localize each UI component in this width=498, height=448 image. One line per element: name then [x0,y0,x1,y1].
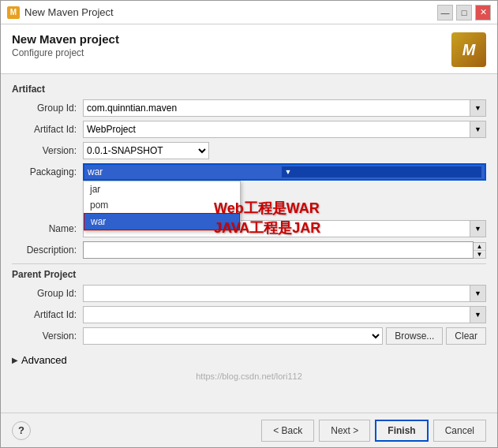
maven-logo: M [451,32,486,67]
group-id-row: Group Id: ▼ [12,99,486,117]
footer-left: ? [12,421,31,440]
parent-version-select[interactable] [83,327,383,345]
browse-button[interactable]: Browse... [386,327,443,345]
dialog-subtitle: Configure project [12,47,119,58]
group-id-label: Group Id: [12,103,83,114]
parent-group-id-wrapper: ▼ [83,285,486,302]
name-label: Name: [12,223,83,234]
back-button[interactable]: < Back [261,420,314,442]
header-text: New Maven project Configure project [12,32,119,58]
version-row: Version: 0.0.1-SNAPSHOT [12,142,486,159]
artifact-id-field-wrapper: ▼ [83,121,486,138]
version-label: Version: [12,145,83,156]
artifact-id-dropdown-arrow[interactable]: ▼ [470,121,486,138]
clear-button[interactable]: Clear [446,327,486,345]
close-button[interactable]: ✕ [475,5,491,21]
parent-section-label: Parent Project [12,269,486,280]
packaging-arrow-icon: ▼ [282,166,482,177]
advanced-label: Advanced [21,354,67,366]
parent-version-controls: Browse... Clear [83,327,486,345]
description-row: Description: ▲ ▼ [12,241,486,259]
cancel-button[interactable]: Cancel [433,420,486,442]
parent-artifact-id-row: Artifact Id: ▼ [12,306,486,323]
packaging-option-war[interactable]: war [84,213,240,230]
description-spinners: ▲ ▼ [474,242,486,259]
finish-button[interactable]: Finish [375,420,428,442]
parent-group-id-arrow[interactable]: ▼ [470,285,486,302]
group-id-dropdown-arrow[interactable]: ▼ [470,99,486,117]
description-input[interactable] [83,241,474,259]
parent-version-label: Version: [12,330,83,342]
group-id-field-wrapper: ▼ [83,99,486,117]
packaging-dropdown: jar pom war [83,181,241,231]
name-dropdown-arrow[interactable]: ▼ [470,220,486,237]
header-section: New Maven project Configure project M [1,24,497,74]
artifact-id-label: Artifact Id: [12,124,83,135]
dialog-title: New Maven project [12,32,119,46]
description-spin-up[interactable]: ▲ [474,243,485,251]
artifact-id-row: Artifact Id: ▼ [12,121,486,138]
parent-artifact-id-label: Artifact Id: [12,309,83,320]
packaging-wrapper: war ▼ jar pom war [83,163,486,181]
description-label: Description: [12,245,83,256]
parent-group-id-input[interactable] [83,285,470,302]
packaging-option-jar[interactable]: jar [84,181,240,197]
window-title: New Maven Project [24,6,114,18]
advanced-triangle-icon: ▶ [12,356,18,364]
parent-group-id-row: Group Id: ▼ [12,285,486,302]
separator-1 [12,263,486,264]
minimize-button[interactable]: — [437,5,453,21]
packaging-row: Packaging: war ▼ jar pom war [12,163,486,181]
packaging-selected-value: war [88,166,282,177]
footer: ? < Back Next > Finish Cancel [1,413,497,447]
title-bar-left: M New Maven Project [7,6,114,19]
version-select[interactable]: 0.0.1-SNAPSHOT [83,142,209,159]
footer-buttons: < Back Next > Finish Cancel [261,420,486,442]
packaging-option-pom[interactable]: pom [84,197,240,213]
advanced-row[interactable]: ▶ Advanced [12,351,486,369]
title-bar: M New Maven Project — □ ✕ [1,1,497,24]
window-icon: M [7,6,20,19]
packaging-label: Packaging: [12,166,83,177]
title-controls: — □ ✕ [437,5,491,21]
parent-artifact-id-wrapper: ▼ [83,306,486,323]
help-button[interactable]: ? [12,421,31,440]
group-id-input[interactable] [83,99,470,117]
maximize-button[interactable]: □ [456,5,472,21]
next-button[interactable]: Next > [319,420,370,442]
parent-group-id-label: Group Id: [12,288,83,299]
form-area: Artifact Group Id: ▼ Artifact Id: ▼ Vers… [1,74,497,413]
packaging-display[interactable]: war ▼ [83,163,486,181]
parent-version-row: Version: Browse... Clear [12,327,486,345]
parent-artifact-id-arrow[interactable]: ▼ [470,306,486,323]
artifact-section-label: Artifact [12,84,486,95]
artifact-id-input[interactable] [83,121,470,138]
watermark: https://blog.csdn.net/lori112 [1,371,497,381]
main-window: M New Maven Project — □ ✕ New Maven proj… [0,0,498,448]
parent-artifact-id-input[interactable] [83,306,470,323]
description-spin-down[interactable]: ▼ [474,251,485,258]
parent-section: Parent Project Group Id: ▼ Artifact Id: … [12,269,486,345]
